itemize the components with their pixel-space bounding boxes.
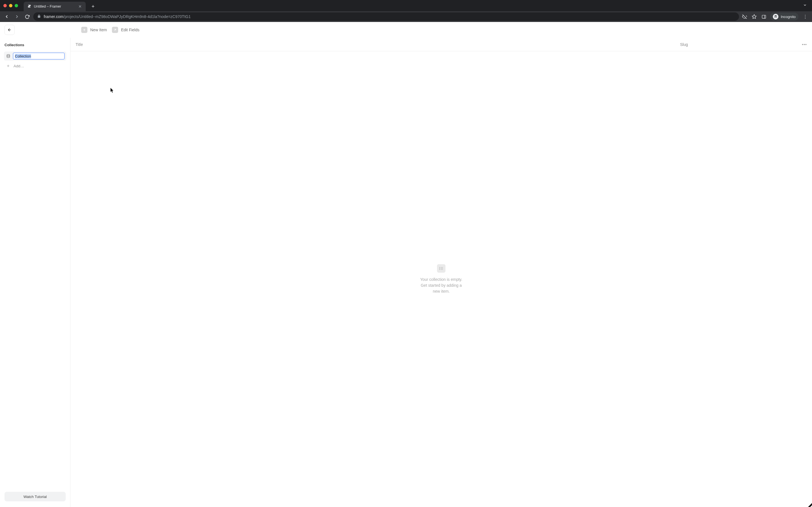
sidebar: Collections Add… Watch Tutorial (0, 38, 70, 507)
edit-fields-label: Edit Fields (121, 27, 139, 32)
database-icon (6, 54, 11, 59)
incognito-icon (773, 14, 778, 19)
new-item-button[interactable]: New Item (81, 27, 107, 33)
browser-toolbar: framer.com/projects/Untitled--mZ98oDWaPJ… (0, 11, 812, 22)
svg-rect-2 (762, 15, 766, 18)
sidebar-heading: Collections (4, 43, 66, 47)
plus-icon (6, 63, 11, 68)
app-window: New Item Edit Fields Collections Add… (0, 22, 812, 507)
arrow-out-icon (112, 27, 118, 33)
svg-point-10 (7, 54, 10, 55)
table-more-button[interactable]: ••• (799, 42, 807, 47)
lock-icon (37, 14, 41, 19)
watch-tutorial-label: Watch Tutorial (23, 495, 47, 499)
url-text: framer.com/projects/Untitled--mZ98oDWaPJ… (44, 14, 191, 19)
window-resize-handle[interactable] (808, 503, 812, 507)
add-collection-button[interactable]: Add… (4, 61, 66, 71)
watch-tutorial-button[interactable]: Watch Tutorial (4, 492, 66, 501)
svg-point-17 (440, 269, 440, 270)
browser-toolbar-right: Incognito ⋮ (741, 13, 809, 20)
browser-tab[interactable]: Untitled – Framer ✕ (24, 2, 86, 11)
svg-point-5 (776, 16, 777, 17)
browser-forward-button[interactable] (13, 13, 21, 20)
main-panel: Title Slug ••• Your collection is empty.… (70, 38, 812, 507)
side-panel-icon[interactable] (760, 13, 767, 20)
browser-back-button[interactable] (3, 13, 11, 20)
edit-fields-button[interactable]: Edit Fields (112, 27, 139, 33)
svg-marker-1 (752, 15, 756, 18)
browser-titlebar: Untitled – Framer ✕ + (0, 0, 812, 11)
incognito-label: Incognito (781, 15, 796, 19)
window-controls (3, 4, 18, 7)
tab-close-button[interactable]: ✕ (78, 4, 82, 9)
tabs-dropdown-button[interactable] (803, 3, 807, 8)
new-tab-button[interactable]: + (89, 3, 97, 10)
svg-point-4 (774, 16, 776, 17)
window-minimize-button[interactable] (9, 4, 12, 7)
bookmark-star-icon[interactable] (751, 13, 758, 20)
svg-point-15 (440, 268, 440, 269)
incognito-badge[interactable]: Incognito (770, 13, 799, 20)
window-fullscreen-button[interactable] (15, 4, 18, 7)
collection-name-input[interactable] (13, 53, 64, 59)
app-toolbar: New Item Edit Fields (0, 22, 812, 38)
browser-reload-button[interactable] (23, 13, 31, 20)
window-close-button[interactable] (3, 4, 7, 7)
list-icon (437, 264, 446, 273)
app-back-button[interactable] (4, 25, 15, 35)
empty-state-message: Your collection is empty. Get started by… (417, 277, 465, 294)
column-header-slug[interactable]: Slug (680, 42, 799, 47)
browser-chrome: Untitled – Framer ✕ + framer.com/project… (0, 0, 812, 22)
column-header-title[interactable]: Title (75, 42, 680, 47)
empty-state: Your collection is empty. Get started by… (70, 51, 812, 507)
table-header: Title Slug ••• (70, 38, 812, 51)
new-item-label: New Item (90, 27, 107, 32)
address-bar[interactable]: framer.com/projects/Untitled--mZ98oDWaPJ… (33, 12, 739, 21)
eye-off-icon[interactable] (741, 13, 748, 20)
svg-point-13 (440, 267, 440, 268)
app-body: Collections Add… Watch Tutorial Title (0, 38, 812, 507)
tab-title: Untitled – Framer (34, 4, 75, 8)
plus-icon (81, 27, 87, 33)
add-collection-label: Add… (13, 64, 24, 68)
browser-menu-button[interactable]: ⋮ (801, 14, 809, 19)
collection-list-item[interactable] (4, 52, 66, 61)
framer-favicon-icon (27, 4, 32, 9)
